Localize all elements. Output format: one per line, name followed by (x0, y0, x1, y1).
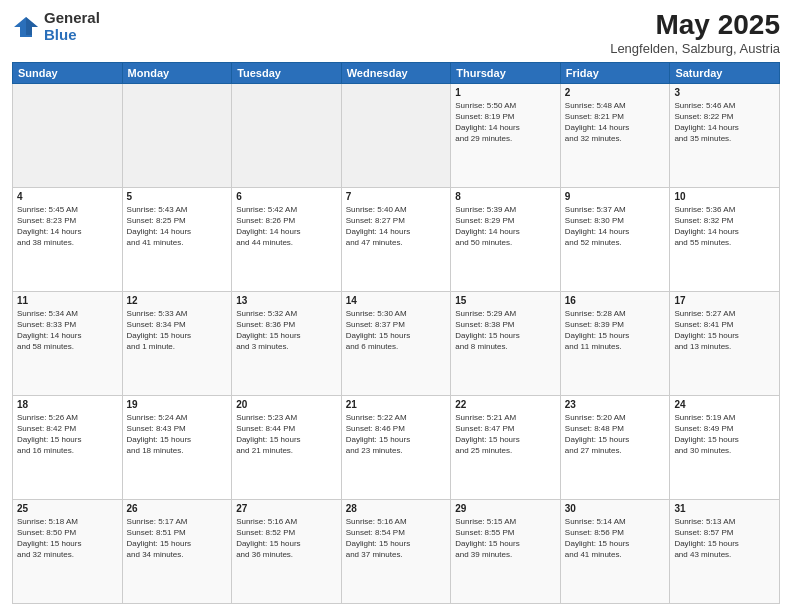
logo-icon (12, 13, 40, 41)
calendar-cell: 24Sunrise: 5:19 AM Sunset: 8:49 PM Dayli… (670, 395, 780, 499)
calendar-cell: 26Sunrise: 5:17 AM Sunset: 8:51 PM Dayli… (122, 499, 232, 603)
calendar-cell: 12Sunrise: 5:33 AM Sunset: 8:34 PM Dayli… (122, 291, 232, 395)
day-info: Sunrise: 5:34 AM Sunset: 8:33 PM Dayligh… (17, 308, 118, 353)
weekday-saturday: Saturday (670, 62, 780, 83)
calendar-cell: 7Sunrise: 5:40 AM Sunset: 8:27 PM Daylig… (341, 187, 451, 291)
page-header: General Blue May 2025 Lengfelden, Salzbu… (12, 10, 780, 56)
day-number: 4 (17, 191, 118, 202)
day-info: Sunrise: 5:36 AM Sunset: 8:32 PM Dayligh… (674, 204, 775, 249)
day-number: 1 (455, 87, 556, 98)
day-info: Sunrise: 5:48 AM Sunset: 8:21 PM Dayligh… (565, 100, 666, 145)
day-info: Sunrise: 5:17 AM Sunset: 8:51 PM Dayligh… (127, 516, 228, 561)
calendar-cell: 5Sunrise: 5:43 AM Sunset: 8:25 PM Daylig… (122, 187, 232, 291)
day-number: 14 (346, 295, 447, 306)
day-info: Sunrise: 5:20 AM Sunset: 8:48 PM Dayligh… (565, 412, 666, 457)
day-number: 26 (127, 503, 228, 514)
calendar-cell: 3Sunrise: 5:46 AM Sunset: 8:22 PM Daylig… (670, 83, 780, 187)
weekday-header-row: SundayMondayTuesdayWednesdayThursdayFrid… (13, 62, 780, 83)
calendar-cell: 1Sunrise: 5:50 AM Sunset: 8:19 PM Daylig… (451, 83, 561, 187)
day-info: Sunrise: 5:33 AM Sunset: 8:34 PM Dayligh… (127, 308, 228, 353)
day-info: Sunrise: 5:26 AM Sunset: 8:42 PM Dayligh… (17, 412, 118, 457)
calendar-cell: 6Sunrise: 5:42 AM Sunset: 8:26 PM Daylig… (232, 187, 342, 291)
day-info: Sunrise: 5:22 AM Sunset: 8:46 PM Dayligh… (346, 412, 447, 457)
day-number: 31 (674, 503, 775, 514)
calendar-cell: 29Sunrise: 5:15 AM Sunset: 8:55 PM Dayli… (451, 499, 561, 603)
week-row-5: 25Sunrise: 5:18 AM Sunset: 8:50 PM Dayli… (13, 499, 780, 603)
week-row-1: 1Sunrise: 5:50 AM Sunset: 8:19 PM Daylig… (13, 83, 780, 187)
day-number: 10 (674, 191, 775, 202)
calendar-cell: 22Sunrise: 5:21 AM Sunset: 8:47 PM Dayli… (451, 395, 561, 499)
calendar-cell: 28Sunrise: 5:16 AM Sunset: 8:54 PM Dayli… (341, 499, 451, 603)
calendar-cell: 30Sunrise: 5:14 AM Sunset: 8:56 PM Dayli… (560, 499, 670, 603)
day-info: Sunrise: 5:39 AM Sunset: 8:29 PM Dayligh… (455, 204, 556, 249)
calendar-cell: 9Sunrise: 5:37 AM Sunset: 8:30 PM Daylig… (560, 187, 670, 291)
day-info: Sunrise: 5:23 AM Sunset: 8:44 PM Dayligh… (236, 412, 337, 457)
calendar-cell: 18Sunrise: 5:26 AM Sunset: 8:42 PM Dayli… (13, 395, 123, 499)
week-row-2: 4Sunrise: 5:45 AM Sunset: 8:23 PM Daylig… (13, 187, 780, 291)
logo-text: General Blue (44, 10, 100, 43)
day-number: 20 (236, 399, 337, 410)
day-info: Sunrise: 5:37 AM Sunset: 8:30 PM Dayligh… (565, 204, 666, 249)
weekday-thursday: Thursday (451, 62, 561, 83)
day-number: 17 (674, 295, 775, 306)
calendar-cell: 17Sunrise: 5:27 AM Sunset: 8:41 PM Dayli… (670, 291, 780, 395)
day-number: 21 (346, 399, 447, 410)
day-number: 5 (127, 191, 228, 202)
logo: General Blue (12, 10, 100, 43)
day-number: 24 (674, 399, 775, 410)
weekday-monday: Monday (122, 62, 232, 83)
day-number: 25 (17, 503, 118, 514)
day-info: Sunrise: 5:43 AM Sunset: 8:25 PM Dayligh… (127, 204, 228, 249)
calendar-cell: 21Sunrise: 5:22 AM Sunset: 8:46 PM Dayli… (341, 395, 451, 499)
calendar-cell (122, 83, 232, 187)
calendar-table: SundayMondayTuesdayWednesdayThursdayFrid… (12, 62, 780, 604)
logo-blue-text: Blue (44, 27, 100, 44)
calendar-cell: 11Sunrise: 5:34 AM Sunset: 8:33 PM Dayli… (13, 291, 123, 395)
title-block: May 2025 Lengfelden, Salzburg, Austria (610, 10, 780, 56)
weekday-friday: Friday (560, 62, 670, 83)
calendar-cell (13, 83, 123, 187)
calendar-cell: 4Sunrise: 5:45 AM Sunset: 8:23 PM Daylig… (13, 187, 123, 291)
day-info: Sunrise: 5:19 AM Sunset: 8:49 PM Dayligh… (674, 412, 775, 457)
day-number: 27 (236, 503, 337, 514)
calendar-cell: 14Sunrise: 5:30 AM Sunset: 8:37 PM Dayli… (341, 291, 451, 395)
location-title: Lengfelden, Salzburg, Austria (610, 41, 780, 56)
day-info: Sunrise: 5:16 AM Sunset: 8:52 PM Dayligh… (236, 516, 337, 561)
day-info: Sunrise: 5:46 AM Sunset: 8:22 PM Dayligh… (674, 100, 775, 145)
day-info: Sunrise: 5:45 AM Sunset: 8:23 PM Dayligh… (17, 204, 118, 249)
day-number: 15 (455, 295, 556, 306)
weekday-sunday: Sunday (13, 62, 123, 83)
calendar-cell: 27Sunrise: 5:16 AM Sunset: 8:52 PM Dayli… (232, 499, 342, 603)
day-info: Sunrise: 5:18 AM Sunset: 8:50 PM Dayligh… (17, 516, 118, 561)
calendar-cell: 16Sunrise: 5:28 AM Sunset: 8:39 PM Dayli… (560, 291, 670, 395)
week-row-3: 11Sunrise: 5:34 AM Sunset: 8:33 PM Dayli… (13, 291, 780, 395)
day-info: Sunrise: 5:40 AM Sunset: 8:27 PM Dayligh… (346, 204, 447, 249)
day-number: 30 (565, 503, 666, 514)
day-info: Sunrise: 5:14 AM Sunset: 8:56 PM Dayligh… (565, 516, 666, 561)
week-row-4: 18Sunrise: 5:26 AM Sunset: 8:42 PM Dayli… (13, 395, 780, 499)
weekday-wednesday: Wednesday (341, 62, 451, 83)
day-info: Sunrise: 5:24 AM Sunset: 8:43 PM Dayligh… (127, 412, 228, 457)
calendar-cell: 20Sunrise: 5:23 AM Sunset: 8:44 PM Dayli… (232, 395, 342, 499)
month-title: May 2025 (610, 10, 780, 41)
calendar-cell: 31Sunrise: 5:13 AM Sunset: 8:57 PM Dayli… (670, 499, 780, 603)
day-number: 18 (17, 399, 118, 410)
day-number: 2 (565, 87, 666, 98)
day-info: Sunrise: 5:16 AM Sunset: 8:54 PM Dayligh… (346, 516, 447, 561)
day-number: 3 (674, 87, 775, 98)
day-number: 13 (236, 295, 337, 306)
day-info: Sunrise: 5:50 AM Sunset: 8:19 PM Dayligh… (455, 100, 556, 145)
day-info: Sunrise: 5:13 AM Sunset: 8:57 PM Dayligh… (674, 516, 775, 561)
weekday-tuesday: Tuesday (232, 62, 342, 83)
day-info: Sunrise: 5:15 AM Sunset: 8:55 PM Dayligh… (455, 516, 556, 561)
day-info: Sunrise: 5:30 AM Sunset: 8:37 PM Dayligh… (346, 308, 447, 353)
day-number: 7 (346, 191, 447, 202)
day-number: 12 (127, 295, 228, 306)
calendar-cell: 25Sunrise: 5:18 AM Sunset: 8:50 PM Dayli… (13, 499, 123, 603)
day-info: Sunrise: 5:28 AM Sunset: 8:39 PM Dayligh… (565, 308, 666, 353)
day-number: 9 (565, 191, 666, 202)
calendar-cell: 13Sunrise: 5:32 AM Sunset: 8:36 PM Dayli… (232, 291, 342, 395)
calendar-cell (232, 83, 342, 187)
calendar-cell: 10Sunrise: 5:36 AM Sunset: 8:32 PM Dayli… (670, 187, 780, 291)
calendar-cell: 2Sunrise: 5:48 AM Sunset: 8:21 PM Daylig… (560, 83, 670, 187)
